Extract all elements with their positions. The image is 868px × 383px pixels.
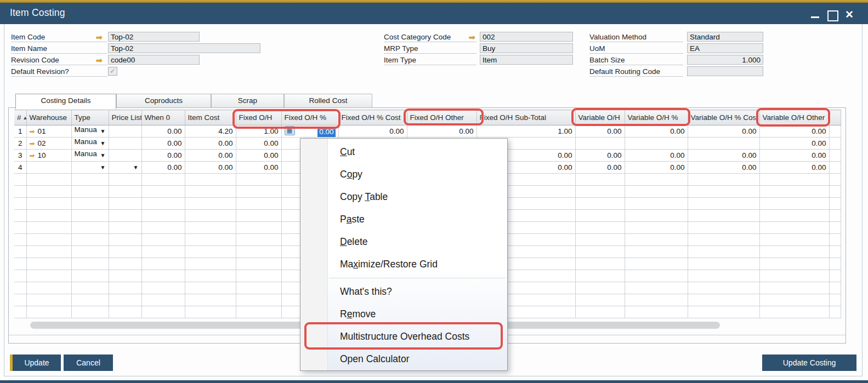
menu-item-open-calculator[interactable]: Open Calculator [300, 348, 507, 370]
link-arrow-icon[interactable]: ➡ [30, 152, 35, 159]
cost-category-code-input[interactable] [480, 32, 573, 42]
update-costing-button[interactable]: Update Costing [762, 355, 856, 371]
column-header-item-cost[interactable]: Item Cost [185, 110, 236, 125]
grid-cell-price-list[interactable] [109, 138, 141, 150]
column-header-variable-oh-other[interactable]: Variable O/H Other [759, 110, 829, 125]
default-revision-checkbox[interactable]: ✓ [108, 67, 117, 76]
grid-cell-variable-oh-pct[interactable]: 0.00 [625, 162, 688, 174]
grid-cell-overflow[interactable] [829, 162, 841, 174]
grid-cell-variable-oh-pct[interactable]: 0.00 [625, 150, 688, 162]
grid-cell-type[interactable]: ▼Manua [71, 125, 109, 138]
grid-cell-item-cost[interactable]: 0.00 [185, 138, 236, 150]
grid-cell-variable-oh-pct-cost[interactable]: 0.00 [688, 150, 759, 162]
grid-cell-type[interactable]: ▼ [71, 162, 109, 174]
item-name-input[interactable] [108, 43, 260, 53]
revision-code-input[interactable] [108, 55, 200, 65]
link-arrow-icon[interactable]: ➡ [30, 140, 35, 147]
revision-code-link-arrow-icon[interactable]: ➡ [96, 55, 106, 65]
grid-cell-price-list[interactable] [109, 150, 141, 162]
column-header-num[interactable]: #▲ [14, 110, 26, 125]
grid-cell-variable-oh-pct-cost[interactable]: 0.00 [688, 162, 759, 174]
uom-input[interactable] [687, 43, 763, 53]
grid-cell-fixed-oh-subtotal[interactable]: 1.00 [476, 125, 575, 138]
grid-cell-warehouse[interactable]: ➡02 [26, 138, 71, 150]
minimize-button[interactable] [809, 9, 821, 20]
dropdown-arrow-icon[interactable]: ▼ [100, 150, 106, 161]
update-button[interactable]: Update [13, 355, 61, 371]
item-code-input[interactable] [108, 32, 200, 42]
menu-item-delete[interactable]: Delete [300, 231, 507, 253]
menu-item-whats-this[interactable]: What's this? [300, 281, 507, 303]
dropdown-arrow-icon[interactable]: ▼ [100, 138, 106, 149]
grid-cell-variable-oh-other[interactable]: 0.00 [759, 125, 829, 138]
dropdown-arrow-icon[interactable]: ▼ [133, 162, 139, 173]
valuation-method-input[interactable] [687, 32, 763, 42]
column-header-fixed-oh-pct-cost[interactable]: Fixed O/H % Cost [338, 110, 407, 125]
grid-cell-num[interactable]: 2 [14, 138, 26, 150]
default-routing-code-input[interactable] [687, 66, 763, 76]
cost-category-code-link-arrow-icon[interactable]: ➡ [469, 32, 479, 42]
grid-cell-when-0[interactable]: 0.00 [141, 138, 185, 150]
item-code-link-arrow-icon[interactable]: ➡ [96, 32, 106, 42]
grid-cell-variable-oh-other[interactable]: 0.00 [759, 162, 829, 174]
grid-cell-warehouse[interactable]: ➡10 [26, 150, 71, 162]
grid-cell-fixed-oh-other[interactable]: 0.00 [407, 125, 476, 138]
column-header-fixed-oh-other[interactable]: Fixed O/H Other [407, 110, 476, 125]
grid-cell-item-cost[interactable]: 0.00 [185, 150, 236, 162]
column-header-variable-oh-pct[interactable]: Variable O/H % [625, 110, 688, 125]
batch-size-input[interactable] [687, 55, 763, 65]
column-header-type[interactable]: Type [71, 110, 109, 125]
grid-cell-variable-oh-pct-cost[interactable]: 0.00 [688, 125, 759, 138]
grid-cell-fixed-oh[interactable]: 0.00 [236, 162, 281, 174]
grid-cell-type[interactable]: ▼Manua [71, 150, 109, 162]
grid-cell-when-0[interactable]: 0.00 [141, 125, 185, 138]
column-header-price-list[interactable]: Price List [109, 110, 141, 125]
grid-cell-price-list[interactable] [109, 125, 141, 138]
column-header-warehouse[interactable]: Warehouse [26, 110, 71, 125]
tab-scrap[interactable]: Scrap [211, 94, 284, 107]
dropdown-arrow-icon[interactable]: ▼ [100, 162, 106, 173]
tab-costing-details[interactable]: Costing Details [15, 94, 116, 109]
grid-cell-num[interactable]: 3 [14, 150, 26, 162]
grid-cell-num[interactable]: 4 [14, 162, 26, 174]
menu-item-cut[interactable]: Cut [300, 141, 507, 163]
column-header-fixed-oh-pct[interactable]: Fixed O/H % [281, 110, 338, 125]
menu-item-copy[interactable]: Copy [300, 163, 507, 186]
grid-cell-item-cost[interactable]: 4.20 [185, 125, 236, 138]
calculator-icon[interactable]: ▦ [285, 126, 295, 135]
item-type-input[interactable] [480, 55, 573, 65]
grid-cell-variable-oh-other[interactable]: 0.00 [759, 150, 829, 162]
grid-cell-warehouse[interactable]: ➡01 [26, 125, 71, 138]
grid-cell-variable-oh-other[interactable]: 0.00 [759, 138, 829, 150]
grid-cell-overflow[interactable] [829, 150, 841, 162]
column-header-overflow[interactable] [829, 110, 841, 125]
grid-cell-when-0[interactable]: 0.00 [141, 150, 185, 162]
maximize-button[interactable] [826, 9, 838, 20]
grid-cell-fixed-oh-pct-cost[interactable]: 0.00 [338, 125, 407, 138]
grid-cell-fixed-oh[interactable]: 1.00 [236, 125, 281, 138]
grid-cell-type[interactable]: ▼Manua [71, 138, 109, 150]
cancel-button[interactable]: Cancel [64, 355, 113, 371]
grid-cell-variable-oh-pct[interactable] [625, 138, 688, 150]
grid-cell-variable-oh-pct[interactable]: 0.00 [625, 125, 688, 138]
grid-cell-fixed-oh[interactable]: 0.00 [236, 138, 281, 150]
grid-cell-variable-oh[interactable]: 0.00 [575, 162, 625, 174]
column-header-variable-oh[interactable]: Variable O/H [575, 110, 625, 125]
menu-item-paste[interactable]: Paste [300, 208, 507, 231]
grid-cell-overflow[interactable] [829, 125, 841, 138]
menu-item-remove[interactable]: Remove [300, 303, 507, 325]
grid-cell-fixed-oh[interactable]: 0.00 [236, 150, 281, 162]
grid-cell-variable-oh-pct-cost[interactable] [688, 138, 759, 150]
tab-rolled-cost[interactable]: Rolled Cost [284, 94, 372, 107]
grid-cell-item-cost[interactable]: 0.00 [185, 162, 236, 174]
grid-cell-variable-oh[interactable] [575, 138, 625, 150]
mrp-type-input[interactable] [480, 43, 573, 53]
column-header-when-0[interactable]: When 0 [141, 110, 185, 125]
grid-cell-variable-oh[interactable]: 0.00 [575, 150, 625, 162]
grid-cell-warehouse[interactable] [26, 162, 71, 174]
grid-cell-overflow[interactable] [829, 138, 841, 150]
grid-cell-num[interactable]: 1 [14, 125, 26, 138]
menu-item-copy-table[interactable]: Copy Table [300, 186, 507, 208]
grid-cell-when-0[interactable]: 0.00 [141, 162, 185, 174]
tab-coproducts[interactable]: Coproducts [116, 94, 211, 107]
